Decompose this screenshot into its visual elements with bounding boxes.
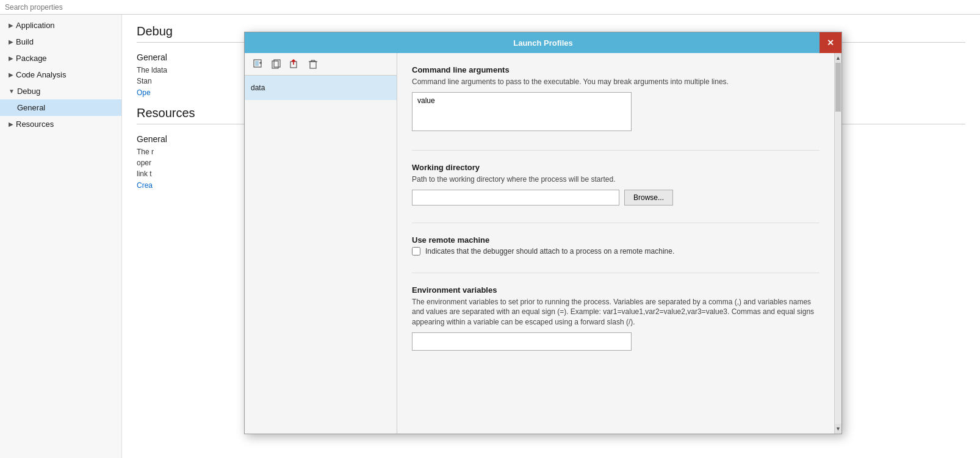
open-link[interactable]: Ope [137, 88, 151, 97]
profile-list: data [245, 76, 397, 434]
arrow-icon: ▶ [9, 38, 13, 45]
add-icon [253, 59, 263, 69]
remote-machine-section: Use remote machine Indicates that the de… [412, 235, 820, 256]
sidebar-item-label: Application [16, 21, 55, 30]
remote-machine-checkbox[interactable] [412, 247, 420, 256]
sidebar-item-package[interactable]: ▶ Package [0, 50, 121, 66]
svg-rect-1 [255, 61, 259, 66]
sidebar-item-label: Debug [17, 87, 40, 96]
sidebar-item-label: Package [16, 54, 47, 63]
arrow-icon: ▶ [9, 55, 13, 62]
sidebar-item-resources[interactable]: ▶ Resources [0, 116, 121, 132]
env-vars-section: Environment variables The environment va… [412, 285, 820, 351]
arrow-icon: ▶ [9, 22, 13, 29]
modal-toolbar [245, 53, 397, 76]
sidebar-item-debug-general[interactable]: General [0, 99, 121, 116]
sidebar-item-debug[interactable]: ▼ Debug [0, 83, 121, 99]
svg-rect-8 [310, 62, 316, 68]
working-dir-section: Working directory Path to the working di… [412, 163, 820, 206]
export-profile-button[interactable] [286, 57, 303, 71]
browse-button[interactable]: Browse... [624, 190, 673, 206]
env-vars-input[interactable] [412, 332, 632, 351]
working-dir-input[interactable] [412, 190, 619, 206]
sidebar-item-label: Resources [16, 120, 54, 129]
profile-item[interactable]: data [245, 76, 397, 100]
arrow-icon: ▶ [9, 121, 13, 127]
scrollbar-up-arrow[interactable]: ▲ [835, 53, 841, 63]
sidebar: ▶ Application ▶ Build ▶ Package ▶ Code A… [0, 15, 122, 458]
modal-title: Launch Profiles [513, 38, 573, 48]
working-dir-label: Working directory [412, 163, 820, 172]
cmd-args-label: Command line arguments [412, 65, 820, 74]
delete-profile-button[interactable] [304, 57, 322, 71]
remote-machine-checkbox-label: Indicates that the debugger should attac… [425, 247, 674, 256]
arrow-icon: ▼ [9, 88, 15, 95]
modal-close-button[interactable]: ✕ [820, 32, 841, 53]
sidebar-item-build[interactable]: ▶ Build [0, 34, 121, 50]
copy-profile-button[interactable] [268, 57, 285, 71]
modal-left-panel: data [245, 53, 397, 434]
copy-icon [272, 59, 281, 69]
scrollbar-thumb[interactable] [835, 63, 841, 112]
search-bar [0, 0, 980, 15]
modal-right-panel: Command line arguments Command line argu… [397, 53, 834, 434]
sidebar-item-label: Build [16, 37, 34, 46]
create-link[interactable]: Crea [137, 181, 153, 190]
launch-profiles-modal: Launch Profiles ✕ [244, 32, 842, 434]
cmd-args-input[interactable]: value [412, 92, 632, 131]
working-dir-desc: Path to the working directory where the … [412, 174, 820, 185]
new-profile-button[interactable] [250, 57, 267, 71]
modal-scrollbar[interactable]: ▲ ▼ [834, 53, 841, 434]
scrollbar-down-arrow[interactable]: ▼ [835, 424, 841, 434]
remote-machine-label: Use remote machine [412, 235, 820, 245]
sidebar-item-label: General [17, 103, 45, 112]
cmd-args-section: Command line arguments Command line argu… [412, 65, 820, 133]
cmd-args-desc: Command line arguments to pass to the ex… [412, 77, 820, 87]
export-icon [290, 59, 300, 69]
sidebar-item-label: Code Analysis [16, 70, 66, 79]
arrow-icon: ▶ [9, 71, 13, 78]
env-vars-label: Environment variables [412, 285, 820, 295]
remote-machine-checkbox-row: Indicates that the debugger should attac… [412, 247, 820, 256]
modal-body: data Command line arguments Command line… [245, 53, 841, 434]
delete-icon [308, 59, 318, 69]
sidebar-item-application[interactable]: ▶ Application [0, 17, 121, 34]
env-vars-desc: The environment variables to set prior t… [412, 297, 820, 327]
modal-titlebar: Launch Profiles ✕ [245, 32, 841, 53]
search-input[interactable] [5, 3, 127, 12]
working-dir-row: Browse... [412, 190, 820, 206]
sidebar-item-code-analysis[interactable]: ▶ Code Analysis [0, 66, 121, 83]
